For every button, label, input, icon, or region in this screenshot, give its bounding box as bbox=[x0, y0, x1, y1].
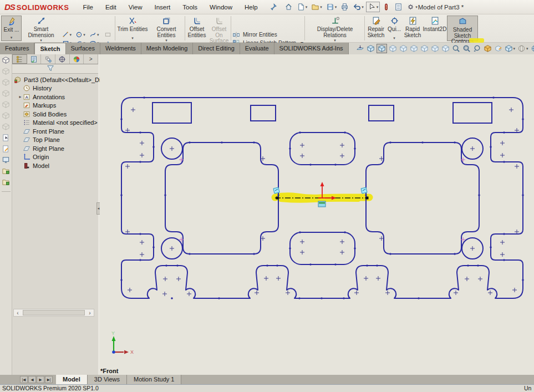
cube-ghost-icon[interactable] bbox=[2, 111, 10, 123]
zoom-area-icon[interactable] bbox=[462, 44, 471, 53]
dimxpertmanager-tab[interactable] bbox=[55, 54, 70, 64]
repair-sketch-button[interactable]: Repair Sketch bbox=[365, 16, 386, 41]
view-right-icon[interactable] bbox=[420, 44, 429, 53]
previous-view-icon[interactable] bbox=[472, 44, 482, 53]
tree-filter-row[interactable] bbox=[12, 64, 98, 74]
quick-snaps-caret[interactable]: ▾ bbox=[393, 36, 395, 40]
tab-weldments[interactable]: Weldments bbox=[100, 43, 141, 54]
spline-tool[interactable]: ▾ bbox=[88, 30, 101, 39]
annotation-view-icon[interactable] bbox=[494, 44, 503, 53]
folder-green-icon[interactable] bbox=[2, 167, 10, 178]
folder-open-button[interactable]: ▾ bbox=[309, 2, 324, 12]
view-left-icon[interactable] bbox=[409, 44, 419, 53]
tree-item-front[interactable]: Front Plane bbox=[12, 127, 98, 136]
monitor-icon[interactable] bbox=[2, 156, 10, 167]
menu-file[interactable]: File bbox=[77, 0, 99, 14]
quick-snaps-button[interactable]: Qui... ▾ bbox=[387, 16, 401, 41]
centerline-endpoint[interactable] bbox=[276, 197, 279, 200]
study-tab-3d-views[interactable]: 3D Views bbox=[88, 375, 127, 384]
sketch-right-pocket[interactable] bbox=[366, 142, 479, 254]
save-button[interactable]: ▾ bbox=[324, 2, 339, 12]
current-view-icon[interactable] bbox=[377, 44, 387, 53]
doc-cursor-icon[interactable] bbox=[2, 134, 10, 145]
cube-ghost-icon[interactable] bbox=[2, 67, 10, 78]
undo-button[interactable]: ▾ bbox=[351, 2, 365, 12]
sketch-rectangle[interactable] bbox=[251, 105, 276, 121]
convert-entities-caret[interactable]: ▾ bbox=[165, 38, 167, 43]
tab-direct-editing[interactable]: Direct Editing bbox=[193, 43, 240, 54]
section-view-icon[interactable] bbox=[483, 44, 492, 53]
tree-item-right[interactable]: Right Plane bbox=[12, 144, 98, 153]
smart-dimension-button[interactable]: Smart Dimension ▾ bbox=[23, 16, 59, 41]
sketch-left-pocket[interactable] bbox=[165, 142, 278, 254]
cube-ghost-icon[interactable] bbox=[2, 78, 10, 89]
sketch-slot[interactable] bbox=[290, 133, 355, 165]
tree-item-material[interactable]: Material <not specified> bbox=[12, 119, 98, 128]
hide-show-items-icon[interactable]: ▾ bbox=[504, 44, 516, 53]
tree-item-origin[interactable]: Origin bbox=[12, 153, 98, 162]
tree-item-solid[interactable]: Solid Bodies bbox=[12, 110, 98, 119]
cube-outline-icon[interactable] bbox=[2, 56, 10, 67]
midpoint-relation-icon[interactable] bbox=[273, 187, 279, 194]
filter-funnel-icon[interactable] bbox=[47, 64, 54, 73]
new-doc-button[interactable]: ▾ bbox=[295, 2, 309, 12]
triad-origin[interactable] bbox=[112, 350, 115, 354]
menu-edit[interactable]: Edit bbox=[99, 0, 123, 14]
sketch-rectangle[interactable] bbox=[453, 103, 492, 123]
study-tab-motion-study-1[interactable]: Motion Study 1 bbox=[127, 375, 181, 384]
convert-entities-button[interactable]: Convert Entities ▾ bbox=[149, 16, 184, 41]
centerline-endpoint[interactable] bbox=[366, 197, 369, 200]
triad-x-label[interactable]: X bbox=[130, 349, 134, 355]
triad-y-label[interactable]: Y bbox=[111, 330, 115, 336]
sketch-rectangle[interactable] bbox=[152, 103, 191, 123]
featuremanager-tab[interactable] bbox=[12, 54, 27, 64]
tree-item-annotations[interactable]: ▸AAnnotations bbox=[12, 93, 98, 101]
circle-tool[interactable]: ▾ bbox=[74, 30, 88, 39]
study-nav-button[interactable]: ▶ bbox=[37, 376, 44, 383]
display-style-icon[interactable]: ▾ bbox=[517, 44, 529, 53]
cursor-button[interactable]: ▾ bbox=[366, 2, 380, 12]
trim-entities-button[interactable]: Trim Entities ▾ bbox=[116, 16, 149, 41]
instant2d-button[interactable]: Instant2D bbox=[423, 16, 446, 41]
study-tab-model[interactable]: Model bbox=[56, 375, 88, 384]
menu-tools[interactable]: Tools bbox=[176, 0, 204, 14]
smart-dimension-caret[interactable]: ▾ bbox=[40, 38, 42, 43]
view-iso-icon[interactable] bbox=[441, 44, 450, 53]
tab-sketch[interactable]: Sketch bbox=[34, 43, 65, 54]
edit-appearance-icon[interactable]: ▾ bbox=[530, 44, 534, 53]
tree-item-history[interactable]: History bbox=[12, 84, 98, 93]
tab-evaluate[interactable]: Evaluate bbox=[240, 43, 274, 54]
sketch-slot[interactable] bbox=[290, 232, 355, 264]
rapid-sketch-button[interactable]: Rapid Sketch bbox=[403, 16, 423, 41]
panel-scroll-thumb[interactable] bbox=[23, 310, 85, 315]
cube-ghost-icon[interactable] bbox=[2, 100, 10, 111]
view-front-icon[interactable] bbox=[388, 44, 398, 53]
cube-ghost-icon[interactable] bbox=[2, 89, 10, 100]
menu-help[interactable]: Help bbox=[238, 0, 264, 14]
tab-surfaces[interactable]: Surfaces bbox=[66, 43, 100, 54]
expand-arrow[interactable]: ▸ bbox=[18, 94, 23, 99]
menu-window[interactable]: Window bbox=[204, 0, 238, 14]
sketch-canvas[interactable]: YX bbox=[100, 54, 534, 375]
exit-sketch-caret[interactable]: ▾ bbox=[11, 35, 13, 40]
view-back-icon[interactable] bbox=[399, 44, 408, 53]
tab-features[interactable]: Features bbox=[0, 43, 34, 54]
tab-solidworks-add-ins[interactable]: SOLIDWORKS Add-Ins bbox=[274, 43, 349, 54]
displaymanager-tab[interactable] bbox=[70, 54, 84, 64]
shaded-sketch-contours-button[interactable]: Shaded Sketch Contours bbox=[447, 16, 478, 41]
more-tabs[interactable]: > bbox=[84, 54, 98, 64]
home-button[interactable] bbox=[283, 2, 294, 12]
print-button[interactable] bbox=[339, 2, 350, 12]
panel-scroll-left-arrow[interactable]: ‹ bbox=[14, 310, 22, 316]
coincident-relation-icon[interactable] bbox=[318, 201, 326, 207]
offset-entities-button[interactable]: Offset Entities bbox=[186, 16, 208, 41]
folder-green-icon[interactable] bbox=[2, 178, 10, 189]
display-delete-caret[interactable]: ▾ bbox=[334, 38, 336, 43]
tab-mesh-modeling[interactable]: Mesh Modeling bbox=[141, 43, 194, 54]
zoom-fit-icon[interactable] bbox=[451, 44, 461, 53]
tree-item-top[interactable]: Top Plane bbox=[12, 136, 98, 145]
panel-scroll-right-arrow[interactable]: › bbox=[86, 310, 94, 316]
doc-pencil-icon[interactable] bbox=[2, 145, 10, 156]
menu-view[interactable]: View bbox=[123, 0, 149, 14]
mirror-entities-button[interactable]: Mirror Entities bbox=[232, 31, 303, 39]
